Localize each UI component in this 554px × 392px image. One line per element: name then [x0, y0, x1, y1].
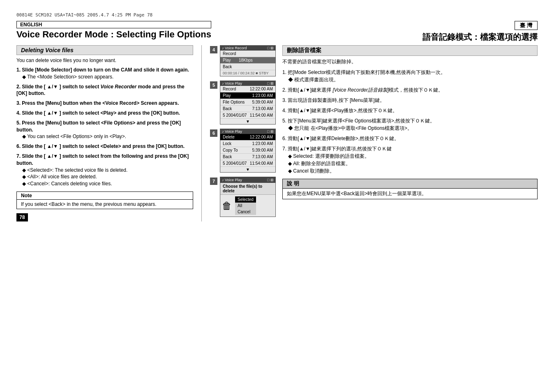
steps-list-en: 1. Slide [Mode Selector] down to turn on…: [16, 67, 193, 187]
screen-4-title: ♪ Voice Record: [222, 46, 247, 50]
step-2: 2. Slide the [ ▲/▼ ] switch to select Vo…: [16, 83, 193, 97]
screen-5-title: ♪ Voice Play: [222, 81, 242, 85]
screen-5-num: 5: [210, 81, 217, 89]
zh-step-1: 1. 把[Mode Selector模式選擇鍵向下扳動來打開本機,然後再向下扳動…: [282, 69, 538, 83]
header-row: ENGLISH Voice Recorder Mode : Selecting …: [16, 21, 538, 43]
screen-4-footer: 00:00:16 / 00:24:32 ■ STBY: [220, 70, 275, 76]
screen-6-title: ♪ Voice Play: [222, 129, 242, 134]
screen-7-icons: □ ⊞: [267, 178, 274, 182]
screen-5-row-1: Record12:22:00 AM: [220, 86, 275, 92]
section-heading-en: Deleting Voice files: [16, 45, 193, 55]
bullet-7-2: <All>: All voice files are deleted.: [22, 174, 97, 180]
screen-7-wrapper: 7 ♪ Voice Play □ ⊞ Choose the file(s) to…: [210, 177, 276, 217]
screen-6-wrapper: 6 ♪ Voice Play □ ⊞ Delete12:22:00 AM Loc…: [210, 129, 276, 173]
screen-7: ♪ Voice Play □ ⊞ Choose the file(s) to d…: [220, 177, 276, 217]
english-badge: ENGLISH: [16, 21, 211, 28]
note-box-zh: 說 明 如果您在MENU菜單中選<Back返回>時會回到上一個菜單選項。: [282, 179, 538, 199]
screen-5-row-5: 5 2004/01/0711:54:00 AM: [220, 112, 275, 119]
bullet-7-3: <Cancel>: Cancels deleting voice files.: [22, 181, 112, 187]
screen-6-icons: □ ⊞: [267, 129, 274, 134]
note-title-en: Note: [17, 192, 193, 200]
zh-step-7: 7. 滑動[▲/▼]鍵來選擇下列的選項,然後按下ＯＫ鍵 Selected: 選擇…: [282, 145, 538, 175]
top-meta: 00814E SCM102 USA+TAI~085 2005.4.7 4:25 …: [16, 12, 538, 18]
screen-6-row-3: Copy To5:39:00 AM: [220, 147, 275, 154]
screen-6-header: ♪ Voice Play □ ⊞: [220, 129, 275, 134]
zh-step-5: 5. 按下[Menu菜單]鍵來選擇<File Options檔案選項>,然後按下…: [282, 117, 538, 132]
note-content-en: If you select <Back> in the menu, the pr…: [17, 200, 193, 209]
screen-7-num: 7: [210, 178, 217, 185]
taiwan-badge: 臺 灣: [515, 21, 538, 30]
screen-5-header: ♪ Voice Play □ ⊞: [220, 81, 275, 86]
screen-5-row-3: File Options5:39:00 AM: [220, 99, 275, 106]
screen-4-wrapper: 4 ♪ Voice Record □ ⊞ Record Play 18Kbps …: [210, 45, 276, 76]
step-4: 4. Slide the [ ▲/▼ ] switch to select <P…: [16, 110, 193, 117]
zh-step-4: 4. 滑動[▲/▼]鍵來選擇<Play播放>,然後按下ＯＫ鍵。: [282, 107, 538, 114]
zh-instructions: 刪除語音檔案 不需要的語音檔案您可以刪除掉。 1. 把[Mode Selecto…: [282, 45, 538, 219]
step-3: 3. Press the [Menu] button when the <Voi…: [16, 100, 193, 107]
screen-4-row-2: Play 18Kbps: [220, 57, 275, 64]
note-content-zh: 如果您在MENU菜單中選<Back返回>時會回到上一個菜單選項。: [283, 189, 537, 199]
bullet-5-1: You can select <File Options> only in <P…: [22, 134, 126, 139]
screen-7-opt-all: All: [235, 203, 256, 209]
section-heading-zh: 刪除語音檔案: [282, 45, 538, 56]
main-content: Deleting Voice files You can delete voic…: [16, 45, 538, 221]
subtitle-zh: 不需要的語音檔案您可以刪除掉。: [282, 58, 538, 65]
step-1: 1. Slide [Mode Selector] down to turn on…: [16, 67, 193, 81]
screen-5-row-2: Play1:23:00 AM: [220, 92, 275, 99]
screen-6-row-4: Back7:13:00 AM: [220, 154, 275, 160]
screen-6-row-5: 5 2004/01/0711:54:00 AM: [220, 160, 275, 167]
screen-4-row-1: Record: [220, 51, 275, 57]
screen-6-row-1: Delete12:22:00 AM: [220, 134, 275, 141]
screen-7-title: ♪ Voice Play: [222, 178, 242, 182]
zh-step-3: 3. 當出現語音錄製畫面時,按下 [Menu菜單]鍵。: [282, 97, 538, 104]
screen-7-choose-label: Choose the file(s) to delete: [220, 183, 275, 195]
zh-bullet-5: 您只能 在<Play播放>中選取<File Options檔案選項>。: [288, 125, 412, 131]
page-title-zh: 語音記錄模式：檔案選項的選擇: [422, 32, 538, 43]
col-divider: [201, 45, 202, 221]
screen-5-row-4: Back7:13:00 AM: [220, 106, 275, 112]
screen-4-num: 4: [210, 46, 217, 53]
screen-7-opt-selected: Selected: [235, 196, 256, 203]
screen-6: ♪ Voice Play □ ⊞ Delete12:22:00 AM Lock1…: [220, 129, 276, 173]
zh-bullet-1: 模式選擇畫面出現。: [288, 77, 339, 83]
screen-4-header: ♪ Voice Record □ ⊞: [220, 46, 275, 51]
screen-4-row-3: Back: [220, 64, 275, 70]
screen-5-arrow: ▼: [220, 119, 275, 124]
screen-5-wrapper: 5 ♪ Voice Play □ ⊞ Record12:22:00 AM Pla…: [210, 81, 276, 125]
step-6: 6. Slide the [ ▲/▼ ] switch to select <D…: [16, 143, 193, 150]
zh-bullet-7-1: Selected: 選擇要刪除的語音檔案。: [288, 153, 369, 159]
note-box-en: Note If you select <Back> in the menu, t…: [16, 191, 193, 209]
screen-7-options: Selected All Cancel: [235, 196, 256, 215]
left-col: Deleting Voice files You can delete voic…: [16, 45, 193, 221]
step-5: 5. Press the [Menu] button to select <Fi…: [16, 120, 193, 140]
screen-5: ♪ Voice Play □ ⊞ Record12:22:00 AM Play1…: [220, 81, 276, 125]
screen-4-icons: □ ⊞: [267, 46, 274, 50]
screen-7-opt-cancel: Cancel: [235, 209, 256, 215]
screen-5-icons: □ ⊞: [267, 81, 274, 85]
bullet-7-1: <Selected>: The selected voice file is d…: [22, 167, 127, 173]
subtitle-en: You can delete voice files you no longer…: [16, 58, 193, 63]
zh-bullet-7-2: All: 刪除全部的語音檔案。: [288, 161, 351, 166]
screen-6-row-2: Lock1:23:00 AM: [220, 141, 275, 147]
step-7: 7. Slide the [ ▲/▼ ] switch to select fr…: [16, 153, 193, 187]
right-col: 4 ♪ Voice Record □ ⊞ Record Play 18Kbps …: [210, 45, 538, 221]
screen-6-num: 6: [210, 129, 217, 137]
left-header: ENGLISH Voice Recorder Mode : Selecting …: [16, 21, 211, 40]
zh-step-6: 6. 滑動[▲/▼]鍵來選擇Delete刪除>,然後按下ＯＫ鍵。: [282, 135, 538, 142]
note-title-zh: 說 明: [283, 179, 537, 189]
zh-step-2: 2. 滑動[▲/▼]鍵來選擇 [Voice Recorder語音錄製]模式，然後…: [282, 86, 538, 94]
trash-icon: 🗑: [222, 200, 232, 212]
screen-7-header: ♪ Voice Play □ ⊞: [220, 177, 275, 183]
screen-4: ♪ Voice Record □ ⊞ Record Play 18Kbps Ba…: [220, 45, 276, 76]
right-main: 4 ♪ Voice Record □ ⊞ Record Play 18Kbps …: [210, 45, 538, 219]
zh-bullet-7-3: Cancel 取消刪除。: [288, 168, 335, 174]
zh-steps: 1. 把[Mode Selector模式選擇鍵向下扳動來打開本機,然後再向下扳動…: [282, 69, 538, 175]
screen-6-arrow: ▼: [220, 167, 275, 172]
page-number: 78: [16, 213, 28, 221]
screen-7-bottom: 🗑 Selected All Cancel: [220, 195, 275, 217]
bullet-1-1: The <Mode Selection> screen appears.: [22, 74, 113, 80]
right-header: 臺 灣 語音記錄模式：檔案選項的選擇: [422, 21, 538, 43]
screens-col: 4 ♪ Voice Record □ ⊞ Record Play 18Kbps …: [210, 45, 276, 219]
page-title-en: Voice Recorder Mode : Selecting File Opt…: [16, 29, 211, 40]
